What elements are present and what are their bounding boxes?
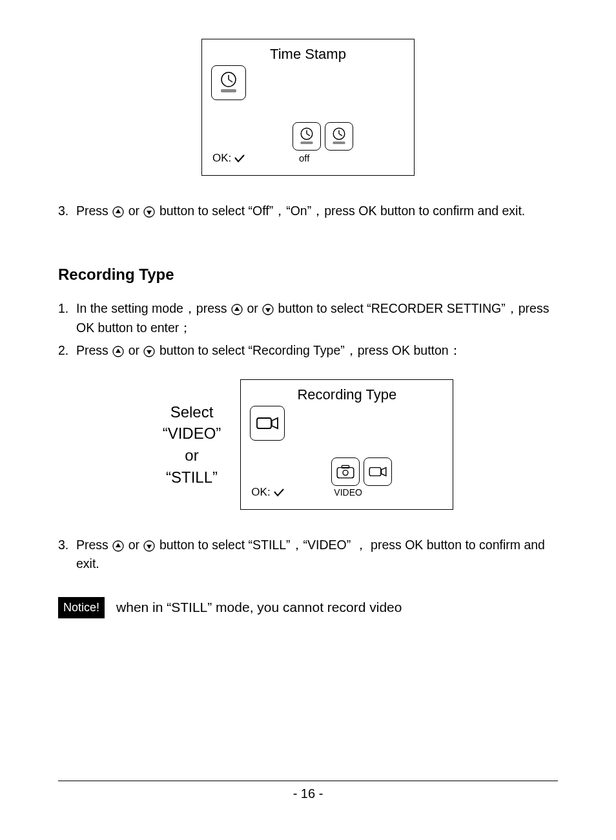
svg-marker-23 (147, 350, 152, 355)
recording-type-panel: Recording Type (240, 379, 453, 510)
up-arrow-button-icon (231, 304, 243, 315)
clock-stamp-off-icon (293, 122, 321, 151)
svg-marker-13 (116, 209, 121, 213)
section-heading: Recording Type (58, 266, 558, 284)
ok-row: OK: (212, 152, 245, 165)
time-stamp-panel: Time Stamp (201, 39, 415, 176)
svg-marker-17 (234, 307, 240, 311)
svg-rect-28 (342, 465, 349, 468)
down-arrow-button-icon (143, 346, 155, 357)
panel-title: Time Stamp (202, 39, 414, 65)
step-number: 2. (58, 341, 76, 360)
down-arrow-button-icon (262, 304, 274, 315)
video-camera-icon (364, 457, 392, 486)
checkmark-icon (234, 154, 245, 163)
svg-marker-34 (147, 545, 152, 549)
instruction-block-1: 3. Press or button to select “Off”，“On”，… (58, 202, 558, 220)
svg-marker-15 (147, 211, 152, 215)
svg-marker-25 (272, 418, 278, 428)
step-number: 3. (58, 536, 76, 574)
page-number: - 16 - (293, 786, 323, 801)
panel-title: Recording Type (241, 380, 453, 406)
checkmark-icon (273, 488, 285, 497)
notice-badge: Notice! (58, 597, 105, 618)
svg-line-2 (229, 79, 232, 82)
svg-marker-32 (116, 543, 121, 547)
figure-2: Select “VIDEO” or “STILL” Recording Type (58, 379, 558, 510)
side-label: Select “VIDEO” or “STILL” (163, 401, 221, 488)
svg-rect-3 (221, 89, 236, 92)
up-arrow-button-icon (112, 540, 124, 552)
svg-rect-24 (257, 418, 271, 428)
ok-prefix: OK: (251, 486, 270, 499)
up-arrow-button-icon (112, 346, 124, 357)
up-arrow-button-icon (112, 206, 124, 218)
svg-line-10 (339, 134, 342, 136)
svg-marker-19 (265, 308, 271, 313)
notice-row: Notice! when in “STILL” mode, you cannot… (58, 597, 558, 618)
ok-prefix: OK: (212, 152, 231, 165)
instruction-block-3: 3. Press or button to select “STILL”，“VI… (58, 536, 558, 574)
video-camera-icon (250, 406, 285, 441)
step-text: In the setting mode，press or button to s… (76, 299, 558, 337)
option-label: off (299, 152, 309, 163)
svg-marker-21 (116, 348, 121, 353)
step-text: Press or button to select “Off”，“On”，pre… (76, 202, 558, 220)
step-text: Press or button to select “STILL”，“VIDEO… (76, 536, 558, 574)
svg-rect-7 (300, 142, 313, 144)
clock-stamp-on-icon (325, 122, 353, 151)
svg-rect-29 (370, 468, 382, 476)
clock-stamp-icon (211, 65, 246, 100)
svg-rect-11 (333, 142, 345, 144)
option-label: VIDEO (334, 487, 362, 498)
down-arrow-button-icon (143, 206, 155, 218)
ok-row: OK: (251, 486, 284, 499)
step-number: 3. (58, 202, 76, 220)
option-row (331, 457, 392, 486)
page-footer: - 16 - (58, 781, 558, 801)
step-text: Press or button to select “Recording Typ… (76, 341, 558, 360)
svg-rect-26 (338, 468, 354, 478)
svg-point-27 (343, 470, 348, 476)
step-number: 1. (58, 299, 76, 337)
down-arrow-button-icon (143, 540, 155, 552)
still-camera-icon (331, 457, 360, 486)
notice-text: when in “STILL” mode, you cannot record … (116, 600, 402, 615)
svg-line-6 (307, 134, 310, 136)
option-row (293, 122, 353, 151)
svg-marker-30 (382, 468, 386, 476)
instruction-block-2: 1. In the setting mode，press or button t… (58, 299, 558, 360)
